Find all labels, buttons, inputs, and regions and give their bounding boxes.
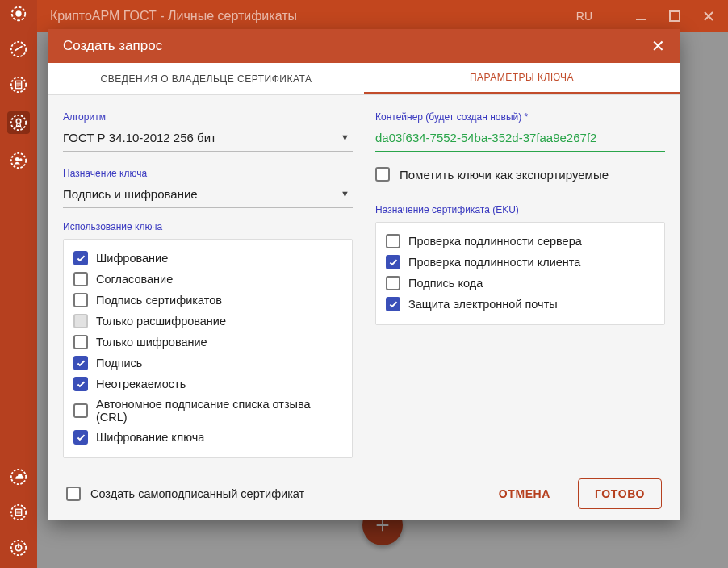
language-switch[interactable]: RU [576,10,592,23]
checkbox[interactable] [386,276,400,290]
label-key-purpose: Назначение ключа [63,168,353,179]
list-item[interactable]: Подпись сертификатов [73,290,344,311]
nav-contacts-icon[interactable] [10,152,27,169]
tab-owner-info[interactable]: СВЕДЕНИЯ О ВЛАДЕЛЬЦЕ СЕРТИФИКАТА [48,63,364,94]
svg-point-11 [11,505,26,520]
option-label: Шифрование ключа [96,431,204,444]
dialog-header: Создать запрос ✕ [48,29,680,63]
list-item[interactable]: Шифрование ключа [73,427,344,448]
chevron-down-icon: ▼ [341,189,349,198]
list-item[interactable]: Неотрекаемость [73,374,344,395]
option-label: Проверка подлинности клиента [408,256,580,269]
dialog-title: Создать запрос [63,38,651,54]
nav-cloud-icon[interactable] [10,468,27,486]
tab-key-params[interactable]: ПАРАМЕТРЫ КЛЮЧА [364,63,680,94]
nav-exit-icon[interactable] [10,539,27,557]
maximize-icon[interactable] [668,10,681,23]
chevron-down-icon: ▼ [341,132,349,142]
eku-list: Проверка подлинности сервераПроверка под… [375,222,665,325]
option-label: Только расшифрование [96,315,226,328]
list-item[interactable]: Проверка подлинности клиента [386,252,656,273]
list-item[interactable]: Автономное подписание списка отзыва (CRL… [73,395,344,427]
svg-point-9 [19,158,23,161]
label-key-usage: Использование ключа [63,221,353,232]
nav-certificates-icon[interactable] [7,111,30,134]
checkbox[interactable] [386,234,400,248]
exportable-checkbox[interactable] [375,167,390,182]
svg-point-5 [11,115,26,130]
list-item[interactable]: Только расшифрование [73,311,344,332]
svg-point-8 [15,157,19,161]
app-logo-icon[interactable] [10,5,27,23]
close-icon[interactable]: ✕ [651,36,665,56]
algorithm-select[interactable]: ГОСТ Р 34.10-2012 256 бит ▼ [63,126,353,152]
svg-rect-15 [670,11,680,21]
option-label: Согласование [96,273,173,286]
option-label: Только шифрование [96,336,207,349]
checkbox[interactable] [73,335,88,349]
key-usage-list: ШифрованиеСогласованиеПодпись сертификат… [63,239,353,458]
label-container: Контейнер (будет создан новый) * [375,111,665,123]
nav-settings-icon[interactable] [10,503,27,521]
exportable-label: Пометить ключи как экспортируемые [400,168,609,182]
checkbox[interactable] [386,255,400,269]
create-request-dialog: Создать запрос ✕ СВЕДЕНИЯ О ВЛАДЕЛЬЦЕ СЕ… [48,29,680,520]
checkbox[interactable] [73,272,88,286]
checkbox[interactable] [73,293,88,307]
label-eku: Назначение сертификата (EKU) [375,204,665,215]
option-label: Шифрование [96,252,168,265]
list-item[interactable]: Только шифрование [73,332,344,353]
option-label: Подпись [96,357,142,370]
checkbox[interactable] [73,251,88,265]
svg-point-7 [11,153,26,168]
option-label: Проверка подлинности сервера [408,235,582,248]
done-button[interactable]: ГОТОВО [578,478,662,509]
option-label: Автономное подписание списка отзыва (CRL… [96,398,344,424]
app-title: КриптоАРМ ГОСТ - Личные сертификаты [50,9,576,23]
checkbox[interactable] [73,403,88,418]
option-label: Подпись сертификатов [96,294,222,307]
nav-documents-icon[interactable] [10,76,27,94]
selfsigned-label: Создать самоподписанный сертификат [90,487,304,500]
list-item[interactable]: Согласование [73,269,344,290]
list-item[interactable]: Шифрование [73,248,344,269]
svg-rect-12 [15,509,21,515]
svg-point-1 [15,10,21,16]
dialog-footer: Создать самоподписанный сертификат ОТМЕН… [48,468,680,520]
close-window-icon[interactable] [702,10,715,23]
list-item[interactable]: Подпись кода [386,273,656,294]
dialog-tabs: СВЕДЕНИЯ О ВЛАДЕЛЬЦЕ СЕРТИФИКАТА ПАРАМЕТ… [48,63,680,95]
nav-sign-icon[interactable] [10,40,27,58]
minimize-icon[interactable] [634,10,647,23]
list-item[interactable]: Проверка подлинности сервера [386,231,656,252]
list-item[interactable]: Подпись [73,353,344,374]
checkbox[interactable] [386,297,400,311]
option-label: Неотрекаемость [96,378,186,390]
checkbox[interactable] [73,430,88,445]
cancel-button[interactable]: ОТМЕНА [487,479,562,508]
checkbox [73,314,88,328]
checkbox[interactable] [73,356,88,370]
checkbox[interactable] [73,377,88,391]
list-item[interactable]: Защита электронной почты [386,294,656,315]
titlebar: КриптоАРМ ГОСТ - Личные сертификаты RU [37,0,728,32]
svg-point-6 [16,119,21,123]
option-label: Защита электронной почты [408,298,558,311]
label-algorithm: Алгоритм [63,111,353,123]
key-purpose-select[interactable]: Подпись и шифрование ▼ [63,182,353,208]
option-label: Подпись кода [408,277,483,290]
container-field[interactable]: da03f634-7552-54ba-352d-37faa9e267f2 [375,126,665,152]
sidebar [0,0,37,568]
selfsigned-checkbox[interactable] [66,487,81,501]
